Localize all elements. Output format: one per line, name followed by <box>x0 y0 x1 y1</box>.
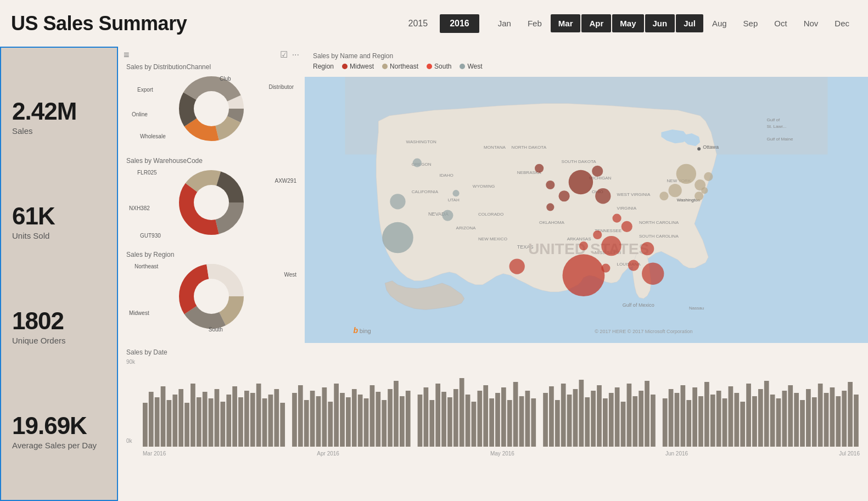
bubble-sc <box>641 242 654 255</box>
bar-chart-panel: Sales by Date 90k 0k // Heights array re… <box>118 343 868 501</box>
kpi-units: 61K Units Sold <box>12 202 106 240</box>
svg-rect-34 <box>220 402 225 447</box>
month-tab-feb[interactable]: Feb <box>520 14 550 32</box>
svg-rect-65 <box>418 395 423 447</box>
state-label-montana: MONTANA <box>484 145 506 150</box>
month-tab-apr[interactable]: Apr <box>581 14 611 32</box>
svg-rect-51 <box>328 402 333 447</box>
svg-rect-90 <box>573 389 578 447</box>
donut-distribution-title: Sales by DistributionChannel <box>126 63 296 71</box>
state-label-arizona: ARIZONA <box>456 226 477 230</box>
month-tab-mar[interactable]: Mar <box>551 14 581 32</box>
month-tab-may[interactable]: May <box>612 14 643 32</box>
svg-rect-122 <box>770 395 775 447</box>
bubble-tx-west <box>509 258 525 274</box>
state-label-nc: NORTH CAROLINA <box>639 220 679 225</box>
svg-rect-87 <box>555 400 560 447</box>
svg-rect-25 <box>167 400 172 447</box>
checkbox-icon[interactable]: ☑ <box>280 49 288 60</box>
bubble-ne-large <box>676 164 696 184</box>
svg-rect-130 <box>818 384 823 447</box>
month-tab-jan[interactable]: Jan <box>490 14 519 32</box>
donut-warehouse-title: Sales by WarehouseCode <box>126 157 296 165</box>
ottawa-dot <box>697 147 701 150</box>
gulf-lawrenc-label2: St. Lawr... <box>766 124 786 129</box>
svg-rect-110 <box>698 396 703 447</box>
svg-rect-39 <box>250 393 255 447</box>
year-tab-2015[interactable]: 2015 <box>399 14 438 33</box>
bubble-nj <box>695 192 703 200</box>
month-tab-sep[interactable]: Sep <box>736 14 766 32</box>
bubble-mass <box>704 172 713 181</box>
year-tab-2016[interactable]: 2016 <box>440 14 479 33</box>
svg-rect-81 <box>513 382 518 447</box>
svg-rect-103 <box>651 395 656 447</box>
bubble-ark-ms <box>601 236 621 256</box>
legend-south: South <box>427 63 451 70</box>
svg-rect-118 <box>746 384 751 447</box>
svg-rect-86 <box>549 386 554 447</box>
svg-rect-28 <box>184 403 189 447</box>
us-map-svg: NEVADA UTAH WYOMING IDAHO NEBRASKA OKLAH… <box>305 77 868 343</box>
month-tab-aug[interactable]: Aug <box>704 14 735 32</box>
svg-rect-75 <box>477 391 482 447</box>
ottawa-label: Ottawa <box>703 144 719 150</box>
month-tabs: Jan Feb Mar Apr May Jun Jul Aug Sep Oct … <box>490 14 857 32</box>
map-legend: Region Midwest Northeast South West <box>305 63 868 73</box>
month-tab-nov[interactable]: Nov <box>796 14 826 32</box>
svg-rect-69 <box>441 392 446 447</box>
month-tab-jun[interactable]: Jun <box>645 14 675 32</box>
state-label-nm: NEW MEXICO <box>478 237 507 241</box>
bubble-wa-small <box>413 159 422 167</box>
svg-rect-47 <box>304 400 309 447</box>
month-tab-dec[interactable]: Dec <box>827 14 857 32</box>
legend-midwest: Midwest <box>342 63 374 70</box>
label-midwest: Midwest <box>129 310 149 316</box>
svg-rect-49 <box>316 396 321 447</box>
bubble-va <box>612 214 621 223</box>
label-wholesale: Distributor <box>268 84 294 90</box>
svg-rect-80 <box>507 400 512 447</box>
svg-rect-95 <box>603 398 608 447</box>
svg-rect-102 <box>645 381 649 447</box>
kpi-avg-value: 19.69K <box>12 412 87 440</box>
svg-rect-76 <box>483 385 488 447</box>
svg-rect-107 <box>681 385 686 447</box>
svg-rect-48 <box>310 391 315 447</box>
kpi-units-label: Units Sold <box>12 231 49 240</box>
map-panel: Sales by Name and Region Region Midwest … <box>305 47 868 343</box>
bing-text: bing <box>360 328 371 334</box>
svg-rect-43 <box>274 389 279 447</box>
ellipsis-icon[interactable]: ··· <box>292 50 299 60</box>
svg-rect-68 <box>435 384 440 447</box>
svg-rect-77 <box>489 398 494 447</box>
gulf-maine-label: Gulf of Maine <box>766 137 793 142</box>
svg-rect-30 <box>197 397 201 447</box>
hamburger-icon[interactable]: ≡ <box>124 49 130 61</box>
svg-rect-84 <box>531 398 536 447</box>
legend-midwest-label: Midwest <box>350 63 374 70</box>
svg-rect-61 <box>388 389 393 447</box>
bar-x-labels: Mar 2016 Apr 2016 May 2016 Jun 2016 Jul … <box>143 451 860 457</box>
month-tab-oct[interactable]: Oct <box>766 14 794 32</box>
svg-rect-104 <box>663 398 668 447</box>
bubble-michigan <box>592 166 603 177</box>
svg-rect-42 <box>268 395 273 447</box>
bubble-nv <box>442 210 453 221</box>
state-label-idaho: IDAHO <box>439 173 453 178</box>
svg-point-18 <box>194 279 229 314</box>
bubble-ny-city <box>701 187 708 194</box>
bar-chart-title: Sales by Date <box>126 348 860 356</box>
svg-rect-121 <box>764 381 769 447</box>
bubble-midwest-large <box>569 170 593 194</box>
svg-rect-70 <box>447 397 452 447</box>
bubble-la <box>628 260 639 271</box>
bubble-or <box>390 194 405 209</box>
month-tab-jul[interactable]: Jul <box>676 14 703 32</box>
svg-rect-72 <box>460 378 464 447</box>
label-gut930: GUT930 <box>140 233 161 239</box>
svg-rect-117 <box>740 402 745 447</box>
bing-logo: b <box>354 326 359 335</box>
svg-rect-26 <box>172 395 177 447</box>
bar-chart-svg: // Heights array representing bar height… <box>143 359 860 447</box>
